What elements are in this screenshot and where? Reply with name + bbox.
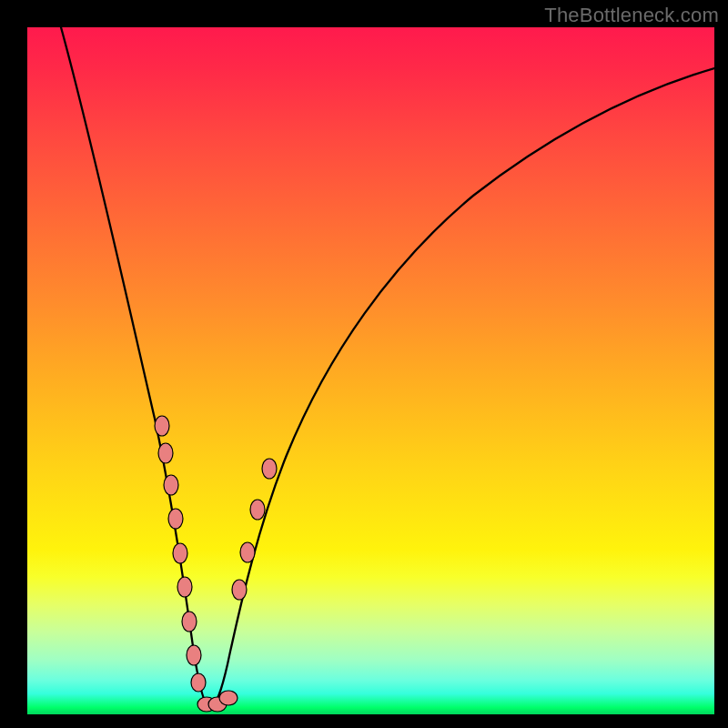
beads-bottom	[197, 691, 238, 712]
svg-point-4	[173, 543, 187, 563]
svg-point-11	[219, 691, 238, 705]
svg-point-3	[168, 509, 183, 529]
svg-point-12	[232, 580, 247, 600]
curve-path	[61, 27, 714, 708]
beads-left	[155, 416, 206, 692]
chart-frame: TheBottleneck.com	[0, 0, 728, 728]
svg-point-1	[158, 443, 173, 463]
plot-area	[27, 27, 714, 714]
svg-point-13	[240, 542, 255, 562]
svg-point-5	[177, 577, 192, 597]
svg-point-8	[191, 673, 206, 692]
beads-right	[232, 459, 277, 600]
svg-point-2	[164, 475, 178, 495]
svg-point-14	[250, 500, 265, 520]
svg-point-15	[262, 459, 277, 479]
bottleneck-curve	[27, 27, 714, 714]
svg-point-0	[155, 416, 169, 436]
svg-point-6	[182, 612, 197, 632]
svg-point-7	[187, 645, 201, 665]
watermark-text: TheBottleneck.com	[544, 4, 719, 27]
